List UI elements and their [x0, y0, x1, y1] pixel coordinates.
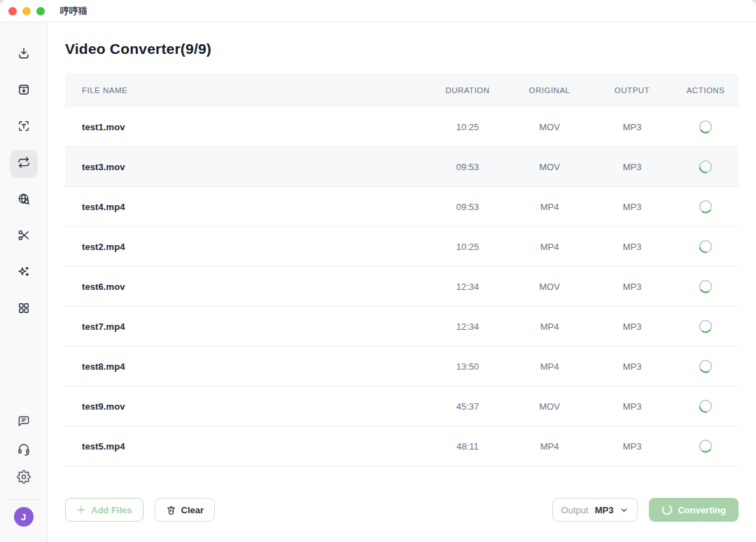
traffic-lights — [8, 7, 45, 15]
sidebar-item-trim[interactable] — [10, 223, 38, 251]
output-format-dropdown[interactable]: Output MP3 — [552, 498, 638, 522]
sidebar-item-support[interactable] — [11, 438, 36, 463]
original-format: MOV — [507, 162, 592, 172]
output-format: MP3 — [592, 282, 673, 292]
download-icon — [17, 46, 31, 63]
converting-button[interactable]: Converting — [649, 498, 738, 522]
ai-sparkles-icon — [17, 265, 31, 282]
duration: 10:25 — [428, 242, 507, 252]
table-header: FILE NAME DURATION ORIGINAL OUTPUT ACTIO… — [65, 74, 738, 107]
trash-icon — [166, 505, 176, 515]
table-row[interactable]: test8.mp413:50MP4MP3 — [65, 347, 738, 387]
duration: 48:11 — [428, 441, 507, 452]
converting-spinner-icon[interactable] — [699, 439, 713, 453]
sidebar-item-ai-tools[interactable] — [10, 259, 38, 287]
zoom-button[interactable] — [36, 7, 45, 15]
converting-spinner-icon[interactable] — [699, 279, 713, 293]
file-name: test7.mp4 — [65, 321, 428, 332]
close-button[interactable] — [8, 7, 17, 15]
user-avatar[interactable]: J — [14, 507, 34, 527]
file-name: test6.mov — [65, 282, 428, 292]
duration: 13:50 — [428, 361, 507, 372]
original-format: MOV — [507, 401, 592, 412]
converting-spinner-icon[interactable] — [699, 120, 713, 134]
feedback-icon — [17, 414, 31, 431]
output-format: MP3 — [592, 401, 673, 412]
table-row[interactable]: test5.mp448:11MP4MP3 — [65, 426, 738, 466]
duration: 09:53 — [428, 202, 507, 212]
converting-spinner-icon[interactable] — [699, 160, 713, 174]
file-name: test5.mp4 — [65, 441, 428, 452]
file-name: test8.mp4 — [65, 361, 428, 372]
table-row[interactable]: test9.mov45:37MOVMP3 — [65, 387, 738, 426]
table-row[interactable]: test1.mov10:25MOVMP3 — [65, 107, 738, 147]
file-table: FILE NAME DURATION ORIGINAL OUTPUT ACTIO… — [65, 74, 738, 466]
sidebar-item-apps[interactable] — [10, 296, 38, 324]
converting-spinner-icon[interactable] — [699, 359, 713, 373]
column-header-duration: DURATION — [428, 86, 507, 95]
duration: 12:34 — [428, 321, 507, 332]
output-format: MP3 — [592, 441, 673, 452]
clear-button[interactable]: Clear — [155, 498, 216, 522]
add-files-button[interactable]: Add Files — [65, 498, 144, 522]
table-row[interactable]: test4.mp409:53MP4MP3 — [65, 187, 738, 227]
original-format: MP4 — [507, 242, 592, 252]
sidebar-item-settings[interactable] — [11, 466, 36, 491]
column-header-actions: ACTIONS — [673, 86, 738, 95]
file-name: test9.mov — [65, 401, 428, 412]
sidebar-item-web-search[interactable] — [10, 186, 38, 214]
table-row[interactable]: test2.mp410:25MP4MP3 — [65, 227, 738, 267]
minimize-button[interactable] — [22, 7, 31, 15]
converting-spinner-icon[interactable] — [699, 399, 713, 413]
main-content: Video Converter(9/9) FILE NAME DURATION … — [48, 22, 756, 542]
sidebar-item-text-capture[interactable] — [10, 113, 38, 141]
headset-icon — [17, 442, 31, 459]
duration: 45:37 — [428, 401, 507, 412]
original-format: MP4 — [507, 361, 592, 372]
duration: 10:25 — [428, 122, 507, 132]
duration: 12:34 — [428, 282, 507, 292]
output-format: MP3 — [592, 122, 673, 132]
add-files-label: Add Files — [91, 505, 132, 515]
converting-spinner-icon[interactable] — [699, 239, 713, 253]
sidebar: J — [0, 22, 48, 542]
column-header-filename: FILE NAME — [65, 86, 428, 95]
table-row[interactable]: test7.mp412:34MP4MP3 — [65, 307, 738, 347]
table-row[interactable]: test3.mov09:53MOVMP3 — [65, 147, 738, 187]
table-row[interactable]: test6.mov12:34MOVMP3 — [65, 267, 738, 307]
duration: 09:53 — [428, 162, 507, 172]
app-window: 哼哼猫 — [0, 0, 756, 542]
original-format: MP4 — [507, 441, 592, 452]
sidebar-item-convert[interactable] — [10, 150, 38, 178]
column-header-original: ORIGINAL — [507, 86, 592, 95]
original-format: MP4 — [507, 321, 592, 332]
file-name: test3.mov — [65, 162, 428, 172]
chevron-down-icon — [620, 506, 629, 515]
file-name: test2.mp4 — [65, 242, 428, 252]
window-title: 哼哼猫 — [60, 5, 88, 18]
output-format: MP3 — [592, 321, 673, 332]
convert-repeat-icon — [17, 155, 31, 172]
sidebar-divider — [8, 499, 39, 500]
sidebar-item-download[interactable] — [10, 41, 38, 69]
archive-download-icon — [17, 83, 31, 99]
output-label: Output — [561, 505, 589, 515]
converting-spinner-icon[interactable] — [699, 319, 713, 333]
sidebar-item-archive-download[interactable] — [10, 77, 38, 105]
footer-bar: Add Files Clear Output MP3 Co — [65, 498, 738, 522]
web-search-icon — [17, 192, 31, 209]
sidebar-item-feedback[interactable] — [11, 410, 36, 435]
output-format: MP3 — [592, 242, 673, 252]
output-format: MP3 — [592, 162, 673, 172]
original-format: MP4 — [507, 202, 592, 212]
converting-label: Converting — [678, 505, 726, 515]
titlebar: 哼哼猫 — [0, 0, 756, 22]
column-header-output: OUTPUT — [592, 86, 673, 95]
settings-gear-icon — [17, 470, 31, 487]
output-format: MP3 — [592, 202, 673, 212]
text-capture-icon — [17, 119, 31, 136]
output-value: MP3 — [595, 505, 614, 515]
clear-label: Clear — [181, 505, 204, 515]
converting-spinner-icon[interactable] — [699, 200, 713, 214]
apps-grid-icon — [17, 301, 31, 318]
